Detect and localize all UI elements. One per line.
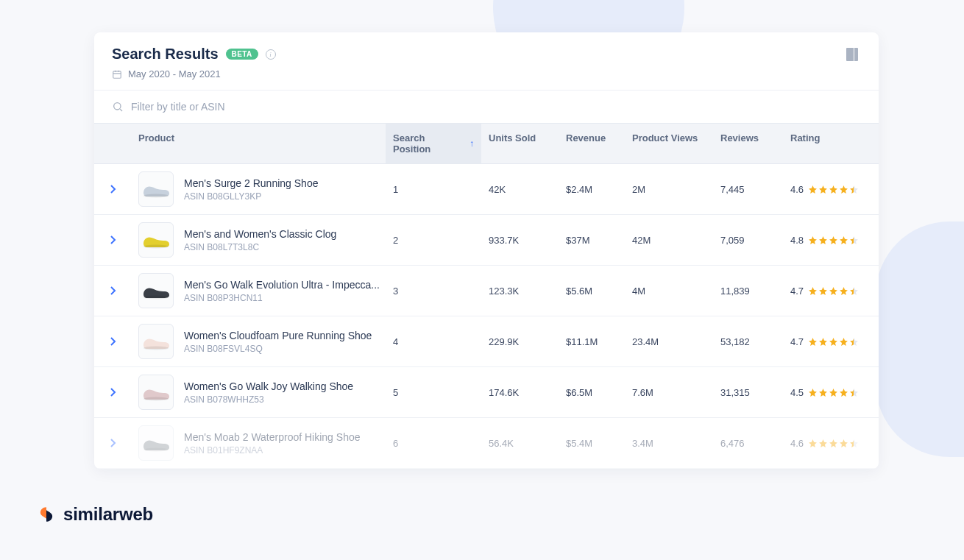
cell-rating: 4.7 bbox=[783, 327, 879, 356]
product-cell[interactable]: Men's Surge 2 Running ShoeASIN B08GLLY3K… bbox=[131, 164, 386, 214]
table-body: Men's Surge 2 Running ShoeASIN B08GLLY3K… bbox=[94, 164, 879, 469]
cell-reviews: 31,315 bbox=[713, 378, 783, 407]
svg-rect-2 bbox=[855, 53, 857, 54]
column-product[interactable]: Product bbox=[131, 124, 386, 163]
cell-search-position: 6 bbox=[386, 429, 481, 458]
cell-revenue: $5.4M bbox=[559, 429, 625, 458]
product-asin: ASIN B08L7T3L8C bbox=[184, 242, 336, 252]
cell-revenue: $5.6M bbox=[559, 277, 625, 305]
cell-rating: 4.6 bbox=[783, 175, 879, 204]
cell-revenue: $37M bbox=[559, 226, 625, 255]
sort-ascending-icon: ↑ bbox=[469, 138, 474, 149]
expand-row-button[interactable] bbox=[94, 184, 131, 194]
cell-product-views: 2M bbox=[625, 175, 713, 204]
svg-point-9 bbox=[143, 347, 169, 350]
cell-units-sold: 229.9K bbox=[481, 327, 559, 356]
column-search-position[interactable]: Search Position ↑ bbox=[386, 124, 481, 163]
column-product-views[interactable]: Product Views bbox=[625, 124, 713, 163]
column-expand bbox=[94, 124, 131, 163]
product-title: Men's Moab 2 Waterproof Hiking Shoe bbox=[184, 431, 361, 443]
column-revenue[interactable]: Revenue bbox=[559, 124, 625, 163]
export-excel-button[interactable] bbox=[843, 46, 861, 66]
product-asin: ASIN B08GLLY3KP bbox=[184, 191, 318, 202]
cell-revenue: $11.1M bbox=[559, 327, 625, 356]
svg-point-5 bbox=[114, 103, 121, 110]
rating-value: 4.5 bbox=[790, 387, 804, 398]
product-thumbnail bbox=[138, 425, 174, 461]
cell-units-sold: 42K bbox=[481, 175, 559, 204]
product-cell[interactable]: Women's Go Walk Joy Walking ShoeASIN B07… bbox=[131, 367, 386, 417]
rating-stars bbox=[808, 388, 859, 397]
cell-search-position: 4 bbox=[386, 327, 481, 356]
background-decoration bbox=[876, 221, 964, 457]
product-thumbnail bbox=[138, 324, 174, 359]
cell-rating: 4.7 bbox=[783, 277, 879, 305]
table-row: Men's and Women's Classic ClogASIN B08L7… bbox=[94, 215, 879, 266]
cell-search-position: 3 bbox=[386, 277, 481, 305]
product-cell[interactable]: Men's Go Walk Evolution Ultra - Impecca.… bbox=[131, 266, 386, 316]
product-cell[interactable]: Men's and Women's Classic ClogASIN B08L7… bbox=[131, 215, 386, 265]
rating-value: 4.6 bbox=[790, 184, 804, 195]
filter-bar bbox=[94, 90, 879, 123]
cell-units-sold: 56.4K bbox=[481, 429, 559, 458]
info-icon[interactable]: i bbox=[266, 49, 276, 60]
product-title: Women's Go Walk Joy Walking Shoe bbox=[184, 380, 353, 392]
svg-point-10 bbox=[143, 397, 169, 401]
product-cell[interactable]: Men's Moab 2 Waterproof Hiking ShoeASIN … bbox=[131, 418, 386, 468]
page-title: Search Results bbox=[112, 46, 219, 63]
cell-reviews: 6,476 bbox=[713, 429, 783, 458]
cell-units-sold: 933.7K bbox=[481, 226, 559, 255]
cell-rating: 4.6 bbox=[783, 429, 879, 458]
svg-rect-4 bbox=[855, 57, 857, 59]
cell-units-sold: 123.3K bbox=[481, 277, 559, 305]
table-row: Women's Cloudfoam Pure Running ShoeASIN … bbox=[94, 316, 879, 367]
table-row: Men's Moab 2 Waterproof Hiking ShoeASIN … bbox=[94, 418, 879, 469]
cell-product-views: 3.4M bbox=[625, 429, 713, 458]
table-row: Men's Surge 2 Running ShoeASIN B08GLLY3K… bbox=[94, 164, 879, 215]
expand-row-button[interactable] bbox=[94, 387, 131, 397]
product-title: Women's Cloudfoam Pure Running Shoe bbox=[184, 330, 372, 341]
expand-row-button[interactable] bbox=[94, 438, 131, 448]
date-range[interactable]: May 2020 - May 2021 bbox=[112, 68, 861, 79]
cell-rating: 4.5 bbox=[783, 378, 879, 407]
filter-input[interactable] bbox=[131, 101, 861, 113]
product-title: Men's and Women's Classic Clog bbox=[184, 228, 336, 240]
rating-stars bbox=[808, 337, 859, 347]
product-asin: ASIN B08FSVL4SQ bbox=[184, 344, 372, 354]
brand-logo: similarweb bbox=[37, 504, 153, 525]
svg-rect-3 bbox=[855, 55, 857, 57]
product-asin: ASIN B078WHHZ53 bbox=[184, 394, 353, 405]
expand-row-button[interactable] bbox=[94, 235, 131, 245]
cell-units-sold: 174.6K bbox=[481, 378, 559, 407]
column-rating[interactable]: Rating bbox=[783, 124, 879, 163]
column-reviews[interactable]: Reviews bbox=[713, 124, 783, 163]
rating-stars bbox=[808, 286, 859, 296]
search-icon bbox=[112, 101, 124, 113]
rating-stars bbox=[808, 185, 859, 194]
svg-rect-1 bbox=[855, 51, 857, 52]
rating-stars bbox=[808, 235, 859, 245]
date-range-text: May 2020 - May 2021 bbox=[128, 68, 221, 79]
table-header-row: Product Search Position ↑ Units Sold Rev… bbox=[94, 123, 879, 164]
product-asin: ASIN B01HF9ZNAA bbox=[184, 445, 361, 456]
cell-product-views: 42M bbox=[625, 226, 713, 255]
expand-row-button[interactable] bbox=[94, 336, 131, 347]
svg-point-7 bbox=[143, 245, 169, 249]
cell-search-position: 5 bbox=[386, 378, 481, 407]
product-thumbnail bbox=[138, 171, 174, 207]
expand-row-button[interactable] bbox=[94, 286, 131, 296]
cell-rating: 4.8 bbox=[783, 226, 879, 255]
cell-reviews: 11,839 bbox=[713, 277, 783, 305]
svg-point-6 bbox=[143, 194, 169, 198]
product-thumbnail bbox=[138, 222, 174, 258]
column-units-sold[interactable]: Units Sold bbox=[481, 124, 559, 163]
product-cell[interactable]: Women's Cloudfoam Pure Running ShoeASIN … bbox=[131, 316, 386, 366]
cell-product-views: 4M bbox=[625, 277, 713, 305]
svg-point-11 bbox=[143, 448, 169, 452]
rating-stars bbox=[808, 439, 859, 448]
cell-product-views: 23.4M bbox=[625, 327, 713, 356]
cell-product-views: 7.6M bbox=[625, 378, 713, 407]
product-title: Men's Go Walk Evolution Ultra - Impecca.… bbox=[184, 279, 380, 291]
rating-value: 4.7 bbox=[790, 286, 804, 297]
cell-revenue: $2.4M bbox=[559, 175, 625, 204]
